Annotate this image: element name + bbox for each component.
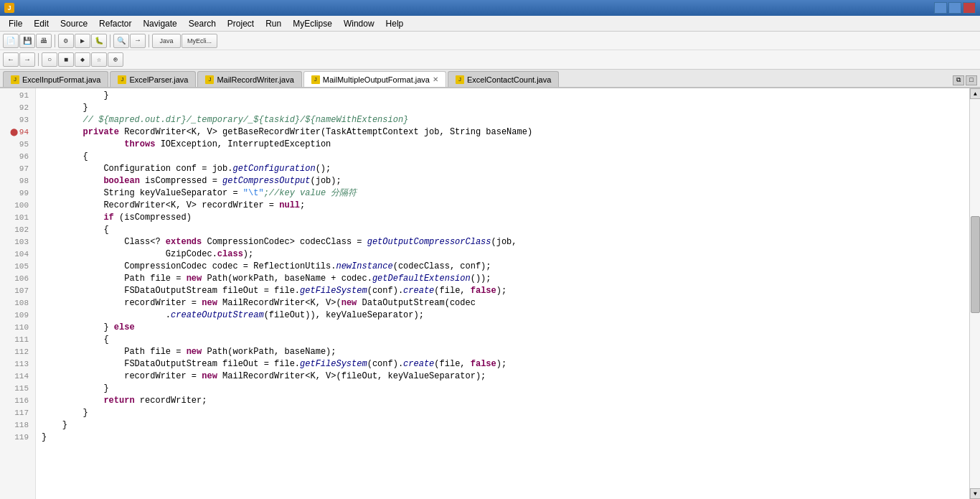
line-number: 105 [0,261,32,273]
line-numbers: 919293⬤949596979899100101102103104105106… [0,88,36,499]
menu-item-navigate[interactable]: Navigate [137,16,182,31]
btn1[interactable]: ○ [42,52,57,67]
java-perspective[interactable]: Java [152,34,181,48]
code-token: boolean [103,175,139,187]
code-token: (file, [434,358,470,370]
maximize-button[interactable] [948,2,961,14]
navigate-button[interactable]: → [130,34,146,48]
code-line: return recordWriter; [42,395,969,407]
separator-4 [38,53,39,66]
code-token [42,212,103,224]
menu-item-project[interactable]: Project [222,16,260,31]
tab-restore-button[interactable]: ⧉ [953,75,964,85]
code-token: ); [496,285,507,297]
line-number: 115 [0,383,32,395]
code-token: (conf). [367,358,403,370]
code-area[interactable]: } } // ${mapred.out.dir}/_temporary/_${t… [36,88,969,499]
title-controls [934,2,976,14]
scroll-up-button[interactable]: ▲ [970,88,980,99]
code-token: MailRecordWriter<K, V>( [217,297,341,309]
code-token: "\t" [243,187,264,200]
forward-button[interactable]: → [19,52,35,67]
code-token: { [42,151,88,163]
code-token: extends [166,236,202,248]
code-line: .createOutputStream(fileOut)), keyValueS… [42,309,969,322]
debug-button[interactable]: 🐛 [91,34,107,48]
close-button[interactable] [963,2,976,14]
tab-ExcelParser-java[interactable]: JExcelParser.java [110,71,196,87]
menu-item-search[interactable]: Search [183,16,222,31]
tab-ExcelContactCount-java[interactable]: JExcelContactCount.java [448,71,559,87]
code-token: } [42,322,114,334]
code-token: throws [124,139,155,151]
code-line: } [42,102,969,114]
search-button[interactable]: 🔍 [113,34,129,48]
line-number: 95 [0,139,32,151]
line-number: 114 [0,370,32,383]
btn4[interactable]: ☆ [91,52,107,67]
code-line: FSDataOutputStream fileOut = file.getFil… [42,358,969,370]
print-button[interactable]: 🖶 [36,34,52,48]
code-token: new [187,273,202,285]
code-token: String keyValueSeparator = [42,187,243,200]
vertical-scrollbar[interactable]: ▲ ▼ [969,88,980,499]
scroll-thumb[interactable] [971,216,980,314]
btn2[interactable]: ■ [58,52,74,67]
save-button[interactable]: 💾 [19,34,35,48]
menu-item-myeclipse[interactable]: MyEclipse [287,16,338,31]
btn5[interactable]: ⊕ [108,52,123,67]
tab-MailMultipleOutputFormat-java[interactable]: JMailMultipleOutputFormat.java✕ [303,71,446,87]
code-line: Class<? extends CompressionCodec> codecC… [42,236,969,248]
code-token: isCompressed = [140,175,222,187]
myeclipse-perspective[interactable]: MyEcli... [182,34,217,48]
code-line: GzipCodec.class); [42,248,969,261]
code-token: null [279,200,300,212]
tab-maximize-button[interactable]: □ [966,75,977,85]
code-token: FSDataOutputStream fileOut = file. [42,285,300,297]
code-token: (codecClass, conf); [393,261,491,273]
code-line: { [42,151,969,163]
new-button[interactable]: 📄 [3,34,19,48]
tab-ExcelInputFormat-java[interactable]: JExcelInputFormat.java [3,71,108,87]
scroll-down-button[interactable]: ▼ [970,488,980,499]
line-number: 119 [0,432,32,444]
scroll-track[interactable] [970,99,980,488]
code-token: false [471,358,496,370]
tab-bar: JExcelInputFormat.javaJExcelParser.javaJ… [0,70,980,88]
code-token: return [103,395,134,407]
tab-close-button[interactable]: ✕ [433,75,438,83]
run-button[interactable]: ▶ [75,34,90,48]
code-token: FSDataOutputStream fileOut = file. [42,358,300,370]
title-bar: J [0,0,980,16]
minimize-button[interactable] [934,2,947,14]
code-line: boolean isCompressed = getCompressOutput… [42,175,969,187]
menu-item-refactor[interactable]: Refactor [93,16,137,31]
code-token: Path file = [42,346,187,358]
tab-MailRecordWriter-java[interactable]: JMailRecordWriter.java [197,71,301,87]
line-number: 112 [0,346,32,358]
menu-item-file[interactable]: File [3,16,28,31]
back-button[interactable]: ← [3,52,19,67]
menu-item-window[interactable]: Window [338,16,380,31]
menu-item-run[interactable]: Run [260,16,287,31]
menu-item-help[interactable]: Help [380,16,410,31]
toolbar1: 📄 💾 🖶 ⚙ ▶ 🐛 🔍 → Java MyEcli... [0,32,980,50]
toolbar-group-2: ⚙ ▶ 🐛 [58,34,107,48]
menu-item-edit[interactable]: Edit [28,16,55,31]
tab-java-icon: J [11,75,19,84]
line-number: 97 [0,163,32,175]
btn3[interactable]: ◆ [75,52,90,67]
menu-bar: FileEditSourceRefactorNavigateSearchProj… [0,16,980,32]
menu-item-source[interactable]: Source [55,16,93,31]
code-line: Configuration conf = job.getConfiguratio… [42,163,969,175]
build-button[interactable]: ⚙ [58,34,74,48]
code-token: (file, [434,285,470,297]
code-token: (); [316,163,331,175]
line-number: 111 [0,334,32,346]
code-line: Path file = new Path(workPath, baseName)… [42,346,969,358]
code-token: CompressionCodec> codecClass = [202,236,367,248]
code-line: } [42,407,969,419]
line-number: 99 [0,187,32,200]
code-token: Path file = [42,273,187,285]
toolbar2: ← → ○ ■ ◆ ☆ ⊕ [0,50,980,69]
